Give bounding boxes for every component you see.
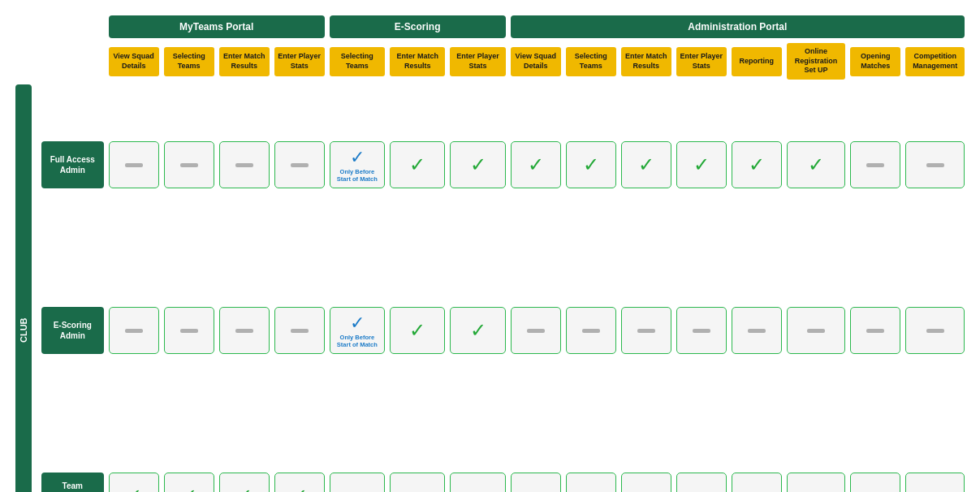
- club-group-label: CLUB: [15, 84, 32, 492]
- club-escoring-admin-label: E-Scoring Admin: [41, 307, 104, 354]
- col-header-opening-matches: Opening Matches: [850, 47, 900, 76]
- club-team-manager-label: Team Manager or Coach: [41, 473, 104, 492]
- cell-club-faa-mt-2: [164, 141, 214, 188]
- col-header-view-squad-mt: View Squad Details: [109, 47, 159, 76]
- col-header-enter-player-ad: Enter Player Stats: [676, 47, 727, 76]
- col-header-reporting: Reporting: [732, 47, 782, 76]
- col-header-selecting-teams-es: Selecting Teams: [330, 47, 385, 76]
- col-header-selecting-teams-mt: Selecting Teams: [164, 47, 214, 76]
- cell-club-faa-ad-1: ✓: [511, 141, 561, 188]
- club-full-access-admin-label: Full Access Admin: [41, 141, 104, 188]
- cell-club-faa-ad-4: ✓: [676, 141, 727, 188]
- cell-club-faa-ad-8: [905, 141, 965, 188]
- col-header-online-reg: Online Registration Set UP: [787, 43, 846, 80]
- admin-portal-header: Administration Portal: [511, 15, 965, 38]
- myteams-portal-header: MyTeams Portal: [109, 15, 325, 38]
- cell-club-faa-ad-5: ✓: [732, 141, 782, 188]
- cell-club-faa-mt-4: [274, 141, 325, 188]
- col-header-enter-player-es: Enter Player Stats: [450, 47, 505, 76]
- col-header-selecting-teams-ad: Selecting Teams: [566, 47, 616, 76]
- col-header-enter-match-es: Enter Match Results: [390, 47, 445, 76]
- cell-club-faa-es-3: ✓: [450, 141, 505, 188]
- col-header-competition-mgmt: Competition Management: [905, 47, 965, 76]
- cell-club-faa-es-1: ✓Only BeforeStart of Match: [330, 141, 385, 188]
- cell-club-faa-ad-7: [850, 141, 900, 188]
- col-header-enter-match-ad: Enter Match Results: [621, 47, 671, 76]
- col-header-enter-match-mt: Enter Match Results: [219, 47, 270, 76]
- col-header-enter-player-mt: Enter Player Stats: [274, 47, 325, 76]
- cell-club-faa-es-2: ✓: [390, 141, 445, 188]
- escoring-portal-header: E-Scoring: [330, 15, 506, 38]
- cell-club-faa-mt-1: [109, 141, 159, 188]
- cell-club-faa-mt-3: [219, 141, 270, 188]
- col-header-view-squad-ad: View Squad Details: [511, 47, 561, 76]
- cell-club-faa-ad-3: ✓: [621, 141, 671, 188]
- cell-club-faa-ad-6: ✓: [787, 141, 846, 188]
- cell-club-faa-ad-2: ✓: [566, 141, 616, 188]
